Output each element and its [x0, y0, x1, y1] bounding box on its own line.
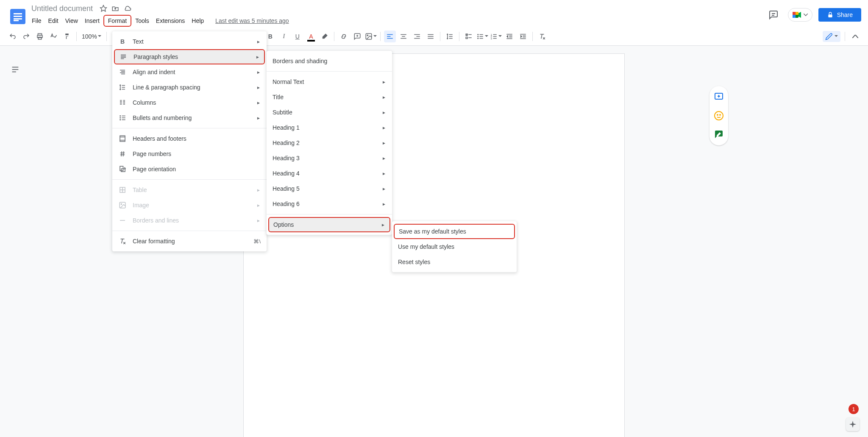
explore-button[interactable]: [846, 418, 860, 431]
align-justify-button[interactable]: [425, 31, 437, 42]
menu-item-label: Heading 5: [273, 185, 367, 192]
submenu-arrow-icon: ►: [256, 55, 260, 59]
separator: [334, 32, 334, 41]
meet-button[interactable]: [788, 8, 812, 22]
menu-help[interactable]: Help: [189, 16, 207, 26]
menu-item-heading-4[interactable]: Heading 4►: [267, 166, 392, 181]
last-edit-link[interactable]: Last edit was 5 minutes ago: [215, 17, 289, 24]
docs-logo-icon[interactable]: [10, 9, 25, 24]
underline-button[interactable]: U: [292, 31, 303, 42]
svg-rect-88: [122, 117, 125, 118]
menu-item-label: Clear formatting: [133, 238, 248, 245]
text-color-button[interactable]: A: [305, 31, 317, 42]
spellcheck-button[interactable]: [47, 31, 59, 42]
menu-item-headers-and-footers[interactable]: Headers and footers: [112, 131, 267, 146]
clear-formatting-button[interactable]: [536, 31, 548, 42]
chevron-down-icon: [98, 35, 101, 37]
move-icon[interactable]: [111, 5, 119, 12]
add-suggestion-side-button[interactable]: [711, 127, 726, 142]
add-emoji-side-button[interactable]: [711, 108, 726, 123]
menu-item-paragraph-styles[interactable]: Paragraph styles►: [114, 49, 265, 64]
hash-icon: [118, 150, 127, 158]
chevron-down-icon: [804, 14, 808, 16]
menu-item-page-numbers[interactable]: Page numbers: [112, 146, 267, 161]
separator: [532, 32, 533, 41]
undo-button[interactable]: [7, 31, 19, 42]
menu-item-options[interactable]: Options►: [268, 217, 390, 232]
align-icon: [118, 68, 127, 76]
menu-item-label: Heading 2: [273, 139, 367, 146]
menu-item-clear-formatting[interactable]: Clear formatting⌘\: [112, 234, 267, 249]
svg-point-86: [120, 119, 121, 120]
numbered-list-button[interactable]: 123: [490, 31, 502, 42]
insert-image-button[interactable]: [365, 31, 377, 42]
print-button[interactable]: [34, 31, 46, 42]
menu-item-align-and-indent[interactable]: Align and indent►: [112, 64, 267, 80]
menu-edit[interactable]: Edit: [45, 16, 61, 26]
insert-link-button[interactable]: [338, 31, 350, 42]
menu-format[interactable]: Format: [103, 15, 131, 27]
menu-insert[interactable]: Insert: [82, 16, 103, 26]
increase-indent-button[interactable]: [517, 31, 529, 42]
menu-item-subtitle[interactable]: Subtitle►: [267, 105, 392, 120]
add-comment-button[interactable]: [351, 31, 363, 42]
decrease-indent-button[interactable]: [504, 31, 515, 42]
add-comment-side-button[interactable]: [711, 89, 726, 105]
menu-item-heading-6[interactable]: Heading 6►: [267, 196, 392, 212]
highlight-button[interactable]: [319, 31, 331, 42]
menu-item-heading-3[interactable]: Heading 3►: [267, 150, 392, 166]
menu-item-borders-and-shading[interactable]: Borders and shading: [267, 53, 392, 69]
menu-item-heading-2[interactable]: Heading 2►: [267, 135, 392, 150]
zoom-selector[interactable]: 100%: [80, 33, 103, 40]
clear-icon: [118, 237, 127, 245]
separator: [459, 32, 459, 41]
spacing-icon: [118, 84, 127, 91]
menu-item-bullets-and-numbering[interactable]: Bullets and numbering►: [112, 110, 267, 125]
share-label: Share: [837, 11, 853, 18]
document-outline-button[interactable]: [8, 63, 22, 76]
checklist-button[interactable]: [463, 31, 475, 42]
italic-button[interactable]: I: [278, 31, 290, 42]
menu-item-label: Use my default styles: [398, 243, 511, 250]
svg-line-96: [123, 151, 124, 156]
cloud-status-icon[interactable]: [123, 5, 132, 12]
menu-view[interactable]: View: [62, 16, 81, 26]
menu-item-line-paragraph-spacing[interactable]: Line & paragraph spacing►: [112, 80, 267, 95]
align-center-button[interactable]: [398, 31, 409, 42]
bulleted-list-button[interactable]: [476, 31, 488, 42]
collapse-toolbar-button[interactable]: [849, 31, 861, 42]
menu-item-normal-text[interactable]: Normal Text►: [267, 74, 392, 89]
svg-rect-34: [466, 37, 467, 39]
menu-tools[interactable]: Tools: [132, 16, 152, 26]
align-right-button[interactable]: [411, 31, 423, 42]
paint-format-button[interactable]: [61, 31, 73, 42]
menu-item-save-as-my-default-styles[interactable]: Save as my default styles: [394, 224, 515, 239]
document-title[interactable]: Untitled document: [29, 3, 95, 14]
menu-file[interactable]: File: [29, 16, 45, 26]
menu-item-columns[interactable]: Columns►: [112, 95, 267, 110]
align-left-button[interactable]: [384, 31, 396, 42]
menu-item-reset-styles[interactable]: Reset styles: [392, 254, 517, 270]
menu-item-label: Save as my default styles: [399, 228, 510, 235]
line-spacing-button[interactable]: [444, 31, 456, 42]
format-dropdown: BText►Paragraph styles►Align and indent►…: [112, 31, 267, 251]
separator: [112, 179, 267, 180]
menu-item-title[interactable]: Title►: [267, 89, 392, 105]
menu-item-text[interactable]: BText►: [112, 34, 267, 49]
menu-item-page-orientation[interactable]: Page orientation: [112, 161, 267, 177]
redo-button[interactable]: [20, 31, 32, 42]
notification-badge[interactable]: 1: [849, 404, 859, 414]
menu-item-label: Page numbers: [133, 150, 261, 157]
menu-item-label: Line & paragraph spacing: [133, 84, 242, 91]
header-footer-icon: [118, 135, 127, 142]
logo-area: [7, 6, 29, 24]
star-icon[interactable]: [100, 5, 107, 12]
menu-extensions[interactable]: Extensions: [153, 16, 188, 26]
menu-item-use-my-default-styles[interactable]: Use my default styles: [392, 239, 517, 254]
menu-item-heading-1[interactable]: Heading 1►: [267, 120, 392, 135]
menu-item-heading-5[interactable]: Heading 5►: [267, 181, 392, 196]
share-button[interactable]: Share: [818, 8, 861, 22]
comment-history-button[interactable]: [765, 6, 782, 23]
editing-mode-button[interactable]: [823, 31, 840, 42]
separator: [380, 32, 381, 41]
